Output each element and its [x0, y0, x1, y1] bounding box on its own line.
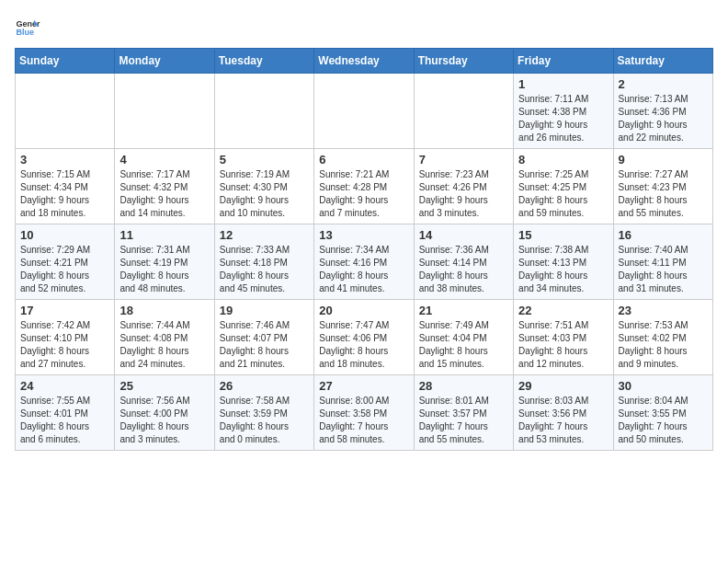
day-info: Sunrise: 7:29 AM Sunset: 4:21 PM Dayligh…	[20, 244, 109, 295]
day-number: 6	[319, 153, 408, 167]
day-info: Sunrise: 7:15 AM Sunset: 4:34 PM Dayligh…	[20, 168, 109, 220]
day-info: Sunrise: 7:23 AM Sunset: 4:26 PM Dayligh…	[419, 168, 508, 220]
day-number: 26	[220, 379, 309, 393]
calendar-cell: 3Sunrise: 7:15 AM Sunset: 4:34 PM Daylig…	[16, 149, 115, 224]
calendar-cell: 29Sunrise: 8:03 AM Sunset: 3:56 PM Dayli…	[514, 375, 613, 451]
day-info: Sunrise: 7:17 AM Sunset: 4:32 PM Dayligh…	[119, 168, 209, 220]
day-header: Friday	[514, 49, 613, 74]
calendar-week-row: 1Sunrise: 7:11 AM Sunset: 4:38 PM Daylig…	[16, 74, 713, 149]
day-number: 7	[419, 153, 508, 167]
calendar-cell: 18Sunrise: 7:44 AM Sunset: 4:08 PM Dayli…	[115, 300, 214, 375]
calendar-cell: 9Sunrise: 7:27 AM Sunset: 4:23 PM Daylig…	[613, 149, 712, 224]
calendar-cell: 7Sunrise: 7:23 AM Sunset: 4:26 PM Daylig…	[414, 149, 513, 224]
calendar-cell: 19Sunrise: 7:46 AM Sunset: 4:07 PM Dayli…	[214, 300, 313, 375]
day-number: 27	[319, 379, 408, 393]
day-info: Sunrise: 7:46 AM Sunset: 4:07 PM Dayligh…	[220, 319, 309, 371]
logo-icon: General Blue	[15, 15, 40, 40]
day-info: Sunrise: 7:36 AM Sunset: 4:14 PM Dayligh…	[419, 244, 508, 295]
day-number: 2	[619, 77, 708, 91]
day-number: 24	[20, 379, 109, 393]
calendar-cell	[115, 74, 214, 149]
calendar-cell: 13Sunrise: 7:34 AM Sunset: 4:16 PM Dayli…	[314, 224, 414, 300]
day-number: 21	[419, 304, 508, 317]
day-info: Sunrise: 7:42 AM Sunset: 4:10 PM Dayligh…	[20, 319, 109, 371]
calendar-week-row: 17Sunrise: 7:42 AM Sunset: 4:10 PM Dayli…	[16, 300, 713, 375]
day-number: 19	[220, 304, 309, 317]
calendar-week-row: 24Sunrise: 7:55 AM Sunset: 4:01 PM Dayli…	[16, 375, 713, 451]
calendar-cell: 25Sunrise: 7:56 AM Sunset: 4:00 PM Dayli…	[115, 375, 214, 451]
calendar-cell: 12Sunrise: 7:33 AM Sunset: 4:18 PM Dayli…	[214, 224, 313, 300]
calendar-cell: 2Sunrise: 7:13 AM Sunset: 4:36 PM Daylig…	[613, 74, 712, 149]
calendar-cell: 27Sunrise: 8:00 AM Sunset: 3:58 PM Dayli…	[314, 375, 414, 451]
day-number: 4	[119, 153, 209, 167]
calendar-cell	[214, 74, 313, 149]
day-header: Sunday	[16, 49, 115, 74]
calendar-week-row: 3Sunrise: 7:15 AM Sunset: 4:34 PM Daylig…	[16, 149, 713, 224]
day-number: 17	[20, 304, 109, 317]
logo: General Blue	[15, 15, 40, 40]
calendar-cell: 14Sunrise: 7:36 AM Sunset: 4:14 PM Dayli…	[414, 224, 513, 300]
calendar-cell: 26Sunrise: 7:58 AM Sunset: 3:59 PM Dayli…	[214, 375, 313, 451]
calendar-cell: 6Sunrise: 7:21 AM Sunset: 4:28 PM Daylig…	[314, 149, 414, 224]
day-number: 28	[419, 379, 508, 393]
day-number: 30	[619, 379, 708, 393]
svg-text:Blue: Blue	[16, 28, 34, 37]
day-info: Sunrise: 7:33 AM Sunset: 4:18 PM Dayligh…	[220, 244, 309, 295]
calendar-cell: 1Sunrise: 7:11 AM Sunset: 4:38 PM Daylig…	[514, 74, 613, 149]
day-number: 3	[20, 153, 109, 167]
day-header: Monday	[115, 49, 214, 74]
calendar-cell: 22Sunrise: 7:51 AM Sunset: 4:03 PM Dayli…	[514, 300, 613, 375]
day-info: Sunrise: 7:40 AM Sunset: 4:11 PM Dayligh…	[619, 244, 708, 295]
day-number: 29	[518, 379, 608, 393]
day-info: Sunrise: 7:27 AM Sunset: 4:23 PM Dayligh…	[619, 168, 708, 220]
calendar-cell: 5Sunrise: 7:19 AM Sunset: 4:30 PM Daylig…	[214, 149, 313, 224]
calendar-cell: 28Sunrise: 8:01 AM Sunset: 3:57 PM Dayli…	[414, 375, 513, 451]
day-info: Sunrise: 8:01 AM Sunset: 3:57 PM Dayligh…	[419, 395, 508, 446]
calendar-cell: 30Sunrise: 8:04 AM Sunset: 3:55 PM Dayli…	[613, 375, 712, 451]
calendar-cell	[314, 74, 414, 149]
day-info: Sunrise: 7:19 AM Sunset: 4:30 PM Dayligh…	[220, 168, 309, 220]
calendar-cell: 8Sunrise: 7:25 AM Sunset: 4:25 PM Daylig…	[514, 149, 613, 224]
day-number: 9	[619, 153, 708, 167]
day-info: Sunrise: 7:51 AM Sunset: 4:03 PM Dayligh…	[518, 319, 608, 371]
day-header: Tuesday	[214, 49, 313, 74]
calendar-cell: 4Sunrise: 7:17 AM Sunset: 4:32 PM Daylig…	[115, 149, 214, 224]
day-info: Sunrise: 7:11 AM Sunset: 4:38 PM Dayligh…	[518, 93, 608, 144]
day-number: 10	[20, 228, 109, 242]
calendar-cell: 10Sunrise: 7:29 AM Sunset: 4:21 PM Dayli…	[16, 224, 115, 300]
day-info: Sunrise: 7:31 AM Sunset: 4:19 PM Dayligh…	[119, 244, 209, 295]
calendar-cell: 20Sunrise: 7:47 AM Sunset: 4:06 PM Dayli…	[314, 300, 414, 375]
day-number: 18	[119, 304, 209, 317]
day-header: Thursday	[414, 49, 513, 74]
day-info: Sunrise: 7:13 AM Sunset: 4:36 PM Dayligh…	[619, 93, 708, 144]
calendar-cell	[414, 74, 513, 149]
day-number: 8	[518, 153, 608, 167]
calendar-cell: 17Sunrise: 7:42 AM Sunset: 4:10 PM Dayli…	[16, 300, 115, 375]
day-info: Sunrise: 7:38 AM Sunset: 4:13 PM Dayligh…	[518, 244, 608, 295]
day-number: 11	[119, 228, 209, 242]
calendar-week-row: 10Sunrise: 7:29 AM Sunset: 4:21 PM Dayli…	[16, 224, 713, 300]
day-info: Sunrise: 7:47 AM Sunset: 4:06 PM Dayligh…	[319, 319, 408, 371]
day-info: Sunrise: 7:25 AM Sunset: 4:25 PM Dayligh…	[518, 168, 608, 220]
day-number: 14	[419, 228, 508, 242]
day-number: 15	[518, 228, 608, 242]
day-number: 13	[319, 228, 408, 242]
day-number: 1	[518, 77, 608, 91]
day-info: Sunrise: 8:03 AM Sunset: 3:56 PM Dayligh…	[518, 395, 608, 446]
day-info: Sunrise: 7:21 AM Sunset: 4:28 PM Dayligh…	[319, 168, 408, 220]
calendar-cell: 24Sunrise: 7:55 AM Sunset: 4:01 PM Dayli…	[16, 375, 115, 451]
day-header: Saturday	[613, 49, 712, 74]
calendar-table: SundayMondayTuesdayWednesdayThursdayFrid…	[15, 48, 713, 451]
day-number: 12	[220, 228, 309, 242]
page-header: General Blue	[15, 15, 713, 40]
day-info: Sunrise: 7:56 AM Sunset: 4:00 PM Dayligh…	[119, 395, 209, 446]
calendar-cell: 11Sunrise: 7:31 AM Sunset: 4:19 PM Dayli…	[115, 224, 214, 300]
calendar-cell: 16Sunrise: 7:40 AM Sunset: 4:11 PM Dayli…	[613, 224, 712, 300]
day-info: Sunrise: 7:34 AM Sunset: 4:16 PM Dayligh…	[319, 244, 408, 295]
calendar-cell: 21Sunrise: 7:49 AM Sunset: 4:04 PM Dayli…	[414, 300, 513, 375]
day-number: 16	[619, 228, 708, 242]
day-info: Sunrise: 7:49 AM Sunset: 4:04 PM Dayligh…	[419, 319, 508, 371]
calendar-cell: 23Sunrise: 7:53 AM Sunset: 4:02 PM Dayli…	[613, 300, 712, 375]
day-info: Sunrise: 7:55 AM Sunset: 4:01 PM Dayligh…	[20, 395, 109, 446]
calendar-cell	[16, 74, 115, 149]
